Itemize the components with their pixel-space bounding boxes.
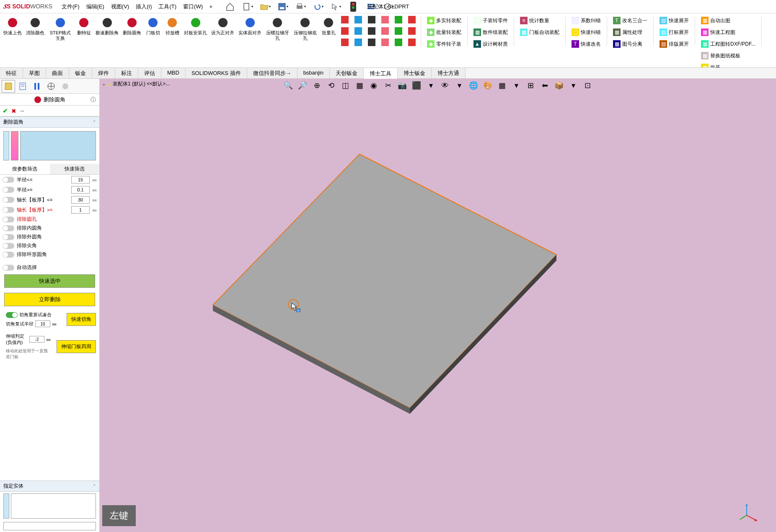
ribbon-门板自动装配[interactable]: ▦门板自动装配 xyxy=(518,27,561,38)
menu-窗口(W)[interactable]: 窗口(W) xyxy=(181,1,205,12)
ribbon-small-icon[interactable] xyxy=(367,15,376,26)
ribbon-small-icon[interactable] xyxy=(394,38,403,48)
ribbon-small-icon[interactable] xyxy=(367,26,376,37)
ribbon-实体面对齐[interactable]: 实体面对齐 xyxy=(237,15,263,36)
ribbon-small-icon[interactable] xyxy=(354,38,363,48)
ribbon-图号分离[interactable]: ▦图号分离 xyxy=(611,39,649,49)
view-tool[interactable]: 📦 xyxy=(553,80,565,91)
breadcrumb-text[interactable]: 装配体1 (默认) <<默认>... xyxy=(113,80,170,88)
quick-select-button[interactable]: 快速选中 xyxy=(4,274,95,288)
shrink-door-button[interactable]: 伸缩门板四周 xyxy=(57,340,96,353)
ribbon-设计树材质[interactable]: ▲设计树材质 xyxy=(472,39,510,49)
ribbon-替换图纸模板[interactable]: ▦替换图纸模板 xyxy=(699,50,757,61)
feature-tree-tab[interactable] xyxy=(2,80,15,93)
view-tool[interactable]: 🔎 xyxy=(297,80,308,91)
toggle-半径>=[interactable] xyxy=(3,187,14,193)
model-plate[interactable] xyxy=(100,79,776,532)
view-tool[interactable]: 🔍 xyxy=(282,80,294,91)
tab-钣金[interactable]: 钣金 xyxy=(69,68,92,78)
view-tool[interactable]: ▾ xyxy=(425,80,437,91)
breadcrumb-expand-icon[interactable]: ▸ xyxy=(103,81,106,87)
pin-button[interactable]: ⊸ xyxy=(20,108,24,114)
menu-视图(V)[interactable]: 视图(V) xyxy=(109,1,132,12)
star-icon[interactable]: ★ xyxy=(209,4,213,10)
ribbon-排版展开[interactable]: ▤排版展开 xyxy=(658,39,691,49)
cancel-button[interactable]: ✖ xyxy=(11,108,16,114)
ribbon-small-icon[interactable] xyxy=(407,38,416,48)
toggle-排除圆孔[interactable] xyxy=(3,217,14,222)
view-tool[interactable]: ⊡ xyxy=(582,80,593,91)
tab-特征[interactable]: 特征 xyxy=(0,68,23,78)
param-input-半径>=[interactable] xyxy=(71,186,90,194)
open-button[interactable]: ▾ xyxy=(259,1,272,13)
toggle-排除外圆角[interactable] xyxy=(3,234,14,240)
toggle-半径<=[interactable] xyxy=(3,177,14,183)
ribbon-small-icon[interactable] xyxy=(380,15,390,26)
body-list[interactable] xyxy=(11,493,96,519)
save-button[interactable]: ▾ xyxy=(276,1,290,13)
ribbon-零件转子装[interactable]: ◆零件转子装 xyxy=(425,39,463,49)
view-tool[interactable]: ▦ xyxy=(354,80,365,91)
chamfer-retry-toggle[interactable] xyxy=(6,312,18,318)
quick-chamfer-button[interactable]: 快速切角 xyxy=(67,313,96,326)
ribbon-工程图转DXF/PDF...[interactable]: ▦工程图转DXF/PDF... xyxy=(699,39,757,49)
view-tool[interactable]: 📷 xyxy=(396,80,408,91)
ribbon-批开[interactable]: ▦批开 xyxy=(699,62,757,68)
ribbon-small-icon[interactable] xyxy=(340,15,349,26)
tab-草图[interactable]: 草图 xyxy=(23,68,46,78)
toggle-排除尖角[interactable] xyxy=(3,243,14,249)
view-tool[interactable]: ✂ xyxy=(382,80,394,91)
tab-标注[interactable]: 标注 xyxy=(115,68,138,78)
ribbon-清除颜色[interactable]: 清除颜色 xyxy=(24,15,46,36)
ribbon-small-icon[interactable] xyxy=(380,38,390,48)
ribbon-自动出图[interactable]: ▦自动出图 xyxy=(699,15,757,26)
tab-天创钣金[interactable]: 天创钣金 xyxy=(330,68,364,78)
menu-文件(F)[interactable]: 文件(F) xyxy=(59,1,82,12)
menu-编辑(E)[interactable]: 编辑(E) xyxy=(84,1,107,12)
view-tool[interactable]: 👁 xyxy=(439,80,451,91)
menu-工具(T)[interactable]: 工具(T) xyxy=(156,1,179,12)
breadcrumb[interactable]: ▸ ◈ 装配体1 (默认) <<默认>... xyxy=(103,80,170,88)
traffic-icon[interactable] xyxy=(347,1,360,13)
ribbon-压螺拉铆牙孔[interactable]: 压螺拉铆牙孔 xyxy=(264,15,291,42)
tab-焊件[interactable]: 焊件 xyxy=(92,68,115,78)
extend-judge-input[interactable] xyxy=(29,336,44,343)
filter-by-param-tab[interactable]: 按参数筛选 xyxy=(0,164,50,174)
tab-SOLIDWORKS 插件[interactable]: SOLIDWORKS 插件 xyxy=(186,68,247,78)
view-tool[interactable]: ⬛ xyxy=(411,80,422,91)
config-tab[interactable] xyxy=(30,80,44,93)
tab-微信抖音同步→[interactable]: 微信抖音同步→ xyxy=(247,68,297,78)
view-tool[interactable]: ⊞ xyxy=(525,80,536,91)
ribbon-统计数量[interactable]: ≡统计数量 xyxy=(518,15,561,26)
auto-select-toggle[interactable] xyxy=(3,265,14,271)
ribbon-散件组装配[interactable]: ▦散件组装配 xyxy=(472,27,510,38)
view-tool[interactable]: ⊕ xyxy=(311,80,323,91)
tab-曲面[interactable]: 曲面 xyxy=(46,68,69,78)
view-tool[interactable]: ◫ xyxy=(339,80,351,91)
ok-button[interactable]: ✔ xyxy=(3,107,8,115)
ribbon-快速改名[interactable]: T快速改名 xyxy=(570,39,603,49)
param-input-轴长【板厚】<=[interactable] xyxy=(71,196,90,204)
overflow-tab[interactable] xyxy=(59,80,72,93)
ribbon-small-icon[interactable] xyxy=(367,38,376,48)
tab-博士钣金[interactable]: 博士钣金 xyxy=(398,68,432,78)
param-input-半径<=[interactable] xyxy=(71,176,90,183)
undo-button[interactable]: ▾ xyxy=(311,1,325,13)
ribbon-打标展开[interactable]: ▤打标展开 xyxy=(658,27,691,38)
view-tool[interactable]: ▦ xyxy=(496,80,508,91)
tab-博士工具[interactable]: 博士工具 xyxy=(364,68,398,79)
ribbon-属性处理[interactable]: ▦属性处理 xyxy=(611,27,649,38)
ribbon-删特征[interactable]: 删特征 xyxy=(75,15,93,36)
ribbon-极速删除角[interactable]: 极速删除角 xyxy=(94,15,120,36)
ribbon-快速展开[interactable]: ▤快速展开 xyxy=(658,15,691,26)
ribbon-设为正对齐[interactable]: 设为正对齐 xyxy=(210,15,236,36)
ribbon-批量转装配[interactable]: ◆批量转装配 xyxy=(425,27,463,38)
tab-bsbanjin[interactable]: bsbanjin xyxy=(297,68,330,78)
ribbon-门板切[interactable]: 门板切 xyxy=(144,15,162,36)
ribbon-small-icon[interactable] xyxy=(354,15,363,26)
ribbon-径放槽[interactable]: 径放槽 xyxy=(163,15,181,36)
ribbon-STEP格式互换[interactable]: STEP格式互换 xyxy=(47,15,74,42)
viewport[interactable]: ▸ ◈ 装配体1 (默认) <<默认>... 🔍🔎⊕⟲◫▦◉✂📷⬛▾👁▾🌐🎨▦▾… xyxy=(100,79,776,532)
body-select-icon[interactable] xyxy=(3,493,9,519)
filter-quick-tab[interactable]: 快速筛选 xyxy=(50,164,100,174)
